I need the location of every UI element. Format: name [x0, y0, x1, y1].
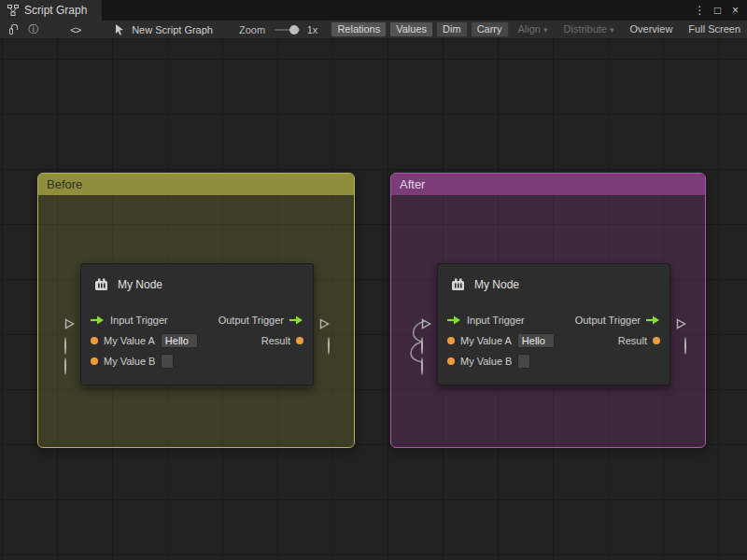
- flow-out-icon: [646, 315, 660, 325]
- group-after[interactable]: After: [390, 173, 706, 448]
- group-before-title: Before: [47, 177, 82, 191]
- script-graph-icon: [7, 5, 19, 16]
- node-title: My Node: [118, 278, 162, 291]
- value-b-dot-icon: [447, 357, 455, 365]
- graph-name: New Script Graph: [132, 24, 213, 35]
- result-label: Result: [261, 335, 290, 346]
- zoom-slider[interactable]: [275, 29, 300, 31]
- value-a-port[interactable]: [64, 338, 66, 355]
- output-trigger-label: Output Trigger: [575, 315, 641, 326]
- value-b-input[interactable]: [161, 354, 174, 369]
- graph-toolbar: ⓘ <> New Script Graph Zoom 1x Relations …: [0, 21, 747, 39]
- values-button[interactable]: Values: [389, 21, 433, 37]
- group-after-header[interactable]: After: [391, 174, 705, 195]
- flow-in-icon: [447, 315, 461, 325]
- close-icon[interactable]: ×: [727, 0, 743, 21]
- input-trigger-port[interactable]: [421, 316, 431, 333]
- node-title: My Node: [474, 278, 519, 291]
- output-trigger-port[interactable]: [676, 316, 686, 333]
- port-row-value-a: My Value A Result: [438, 330, 669, 351]
- port-row-value-b: My Value B: [438, 351, 669, 371]
- group-before[interactable]: Before My: [37, 173, 355, 448]
- port-row-trigger: Input Trigger Output Trigger: [438, 310, 669, 330]
- group-after-title: After: [400, 177, 425, 191]
- input-trigger-port[interactable]: [64, 316, 75, 333]
- value-b-dot-icon: [91, 357, 98, 365]
- unit-icon: [450, 277, 466, 293]
- value-a-label: My Value A: [104, 335, 155, 346]
- value-b-input[interactable]: [517, 354, 530, 369]
- value-a-label: My Value A: [460, 335, 512, 346]
- zoom-slider-thumb[interactable]: [289, 25, 299, 35]
- node-ports: Input Trigger Output Trigger My Value A …: [438, 310, 669, 371]
- input-trigger-label: Input Trigger: [110, 315, 168, 326]
- result-dot-icon: [296, 337, 303, 344]
- relations-button[interactable]: Relations: [331, 21, 387, 37]
- value-b-port[interactable]: [421, 358, 423, 375]
- toolbar-buttons: Relations Values Dim Carry Align▾ Distri…: [331, 21, 747, 37]
- chevron-down-icon: ▾: [543, 25, 548, 35]
- port-row-value-b: My Value B: [81, 351, 313, 371]
- result-port[interactable]: [684, 338, 686, 355]
- value-a-dot-icon: [91, 337, 98, 344]
- node-ports: Input Trigger Output Trigger My Value A …: [81, 310, 313, 371]
- overview-button[interactable]: Overview: [624, 21, 680, 37]
- value-a-port[interactable]: [421, 338, 423, 355]
- align-button: Align▾: [512, 21, 555, 37]
- port-row-trigger: Input Trigger Output Trigger: [81, 310, 313, 330]
- node-header: My Node: [438, 264, 669, 305]
- lock-icon[interactable]: [9, 28, 13, 35]
- tab-script-graph[interactable]: Script Graph: [0, 0, 102, 21]
- graph-canvas[interactable]: Before My: [0, 39, 747, 560]
- carry-button[interactable]: Carry: [471, 21, 509, 37]
- zoom-label: Zoom: [239, 24, 265, 35]
- output-trigger-port[interactable]: [319, 316, 330, 333]
- input-trigger-label: Input Trigger: [467, 315, 525, 326]
- distribute-button: Distribute▾: [557, 21, 621, 37]
- output-trigger-label: Output Trigger: [218, 315, 284, 326]
- group-before-header[interactable]: Before: [38, 174, 354, 195]
- kebab-menu-icon[interactable]: ⋮: [692, 0, 708, 21]
- title-bar: Script Graph ⋮ □ ×: [0, 0, 747, 21]
- value-a-dot-icon: [447, 337, 455, 344]
- flow-out-icon: [289, 315, 303, 325]
- maximize-icon[interactable]: □: [710, 0, 726, 21]
- value-a-input[interactable]: [161, 333, 198, 348]
- value-b-label: My Value B: [460, 356, 512, 367]
- info-icon[interactable]: ⓘ: [28, 22, 38, 36]
- window-controls: ⋮ □ ×: [692, 0, 747, 21]
- unit-icon: [93, 277, 109, 293]
- tab-label: Script Graph: [24, 4, 87, 17]
- graph-asset-icon: [114, 23, 125, 35]
- value-b-port[interactable]: [64, 358, 66, 375]
- result-dot-icon: [653, 337, 660, 344]
- code-view-icon[interactable]: <>: [70, 24, 80, 35]
- result-label: Result: [618, 335, 647, 346]
- value-a-input[interactable]: [517, 333, 555, 348]
- node-header: My Node: [81, 264, 313, 305]
- my-node-after[interactable]: My Node Input Trigger Output Trigger: [437, 263, 670, 385]
- my-node-before[interactable]: My Node Input Trigger Output Trigger: [80, 263, 314, 385]
- value-b-label: My Value B: [104, 356, 155, 367]
- dim-button[interactable]: Dim: [436, 21, 468, 37]
- port-row-value-a: My Value A Result: [81, 330, 313, 351]
- fullscreen-button[interactable]: Full Screen: [682, 21, 747, 37]
- chevron-down-icon: ▾: [610, 25, 614, 35]
- zoom-value: 1x: [307, 24, 318, 35]
- flow-in-icon: [91, 315, 105, 325]
- result-port[interactable]: [328, 338, 330, 355]
